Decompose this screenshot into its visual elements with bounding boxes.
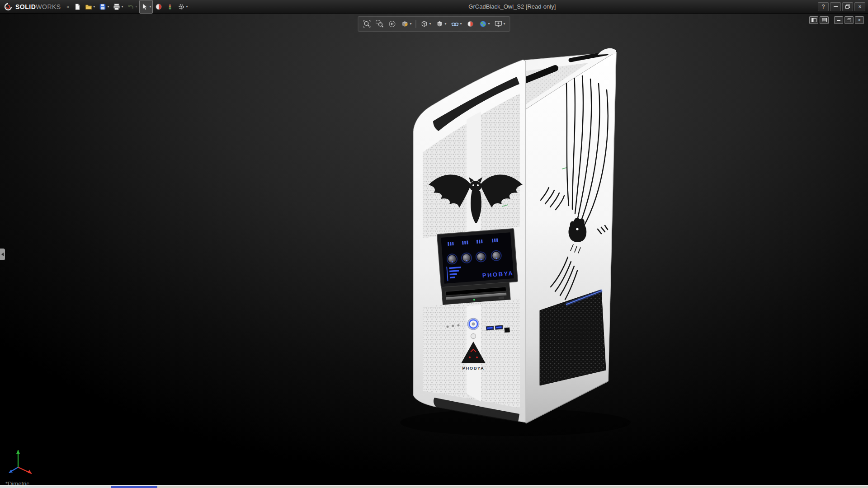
view-orientation-button[interactable]: ▾ <box>418 18 433 30</box>
taskbar-segment <box>0 486 111 488</box>
case-front-panel[interactable]: PHOBYA <box>413 60 526 422</box>
close-button[interactable]: × <box>854 2 865 11</box>
view-settings-icon <box>495 20 503 28</box>
restore-icon <box>847 18 851 22</box>
minimize-icon <box>834 6 838 7</box>
power-button <box>467 318 479 330</box>
phobya-logo-text: PHOBYA <box>462 366 485 371</box>
feature-pane-icon <box>811 18 816 22</box>
undo-button[interactable]: ▾ <box>125 0 139 14</box>
doc-restore-button[interactable] <box>844 16 854 24</box>
case-side-panel[interactable] <box>526 52 616 423</box>
scene-globe-icon <box>479 20 487 28</box>
print-button[interactable]: ▾ <box>111 0 125 14</box>
edit-appearance-button[interactable] <box>153 0 164 14</box>
rebuild-traffic-light-icon <box>166 3 174 10</box>
taskbar-sliver[interactable] <box>0 485 868 488</box>
titlebar: SOLIDWORKS » ▾ ▾ <box>0 0 868 14</box>
solidworks-swirl-icon <box>4 2 13 11</box>
brand-name: SOLIDWORKS <box>15 3 61 10</box>
eject-button <box>499 296 504 299</box>
taskbar-segment <box>157 486 868 488</box>
hud-edit-appearance-button[interactable] <box>465 18 476 30</box>
rear-handle <box>598 48 616 55</box>
display-style-button[interactable]: ▾ <box>434 18 448 30</box>
minimize-icon <box>837 20 840 21</box>
zoom-fit-icon <box>363 20 371 28</box>
zoom-to-fit-button[interactable] <box>361 18 373 30</box>
new-document-button[interactable] <box>72 0 83 14</box>
reset-button <box>471 334 476 339</box>
zoom-to-area-button[interactable] <box>373 18 385 30</box>
minimize-button[interactable] <box>830 2 841 11</box>
toolbar-separator <box>415 20 416 28</box>
featuremanager-flyout-tab[interactable] <box>0 249 5 260</box>
lcd-panel: PHOBYA <box>437 229 518 288</box>
zoom-area-icon <box>375 20 383 28</box>
restore-button[interactable] <box>842 2 853 11</box>
feature-pane-toggle[interactable] <box>809 16 818 24</box>
graphics-area[interactable]: PHOBYA <box>0 13 868 488</box>
window-title: GrCadBlack_Owl_S2 [Read-only] <box>468 3 556 10</box>
headsup-view-toolbar: ▾ ▾ ▾ ▾ <box>358 16 510 32</box>
view-settings-button[interactable]: ▾ <box>493 18 507 30</box>
section-view-button[interactable]: ▾ <box>399 18 413 30</box>
appearance-ball-icon <box>467 20 475 28</box>
doc-close-button[interactable]: × <box>855 16 864 24</box>
save-icon <box>99 3 106 10</box>
chevron-left-icon <box>1 253 4 256</box>
apply-scene-button[interactable]: ▾ <box>477 18 492 30</box>
eyeglasses-icon <box>451 20 459 28</box>
doc-minimize-button[interactable] <box>834 16 843 24</box>
display-pane-icon <box>822 18 827 22</box>
hide-show-items-button[interactable]: ▾ <box>449 18 464 30</box>
section-view-icon <box>401 20 409 28</box>
previous-view-icon <box>388 20 396 28</box>
new-document-icon <box>74 3 81 10</box>
window-controls: ? × <box>818 2 868 11</box>
display-style-icon <box>435 20 443 28</box>
document-window-controls: × <box>809 16 864 24</box>
print-icon <box>113 3 120 10</box>
view-cube-icon <box>420 20 428 28</box>
help-button[interactable]: ? <box>818 2 829 11</box>
side-owl-eye <box>576 228 578 230</box>
toolbar-overflow-chevron[interactable]: » <box>66 4 70 10</box>
appearance-ball-icon <box>155 3 162 10</box>
restore-icon <box>845 5 850 9</box>
open-button[interactable]: ▾ <box>83 0 97 14</box>
open-folder-icon <box>85 3 92 10</box>
select-button[interactable]: ▾ <box>139 0 153 14</box>
reference-triad <box>4 441 40 477</box>
standard-toolbar: ▾ ▾ ▾ ▾ <box>72 0 189 14</box>
save-button[interactable]: ▾ <box>97 0 111 14</box>
model-3d[interactable]: PHOBYA <box>0 13 868 488</box>
options-gear-icon <box>178 3 185 10</box>
select-cursor-icon <box>141 3 148 10</box>
taskbar-active-segment[interactable] <box>111 486 157 488</box>
previous-view-button[interactable] <box>386 18 398 30</box>
display-pane-toggle[interactable] <box>820 16 829 24</box>
solidworks-logo: SOLIDWORKS <box>0 0 65 13</box>
options-button[interactable]: ▾ <box>176 0 189 14</box>
undo-icon <box>127 3 134 10</box>
rebuild-button[interactable] <box>165 0 175 14</box>
